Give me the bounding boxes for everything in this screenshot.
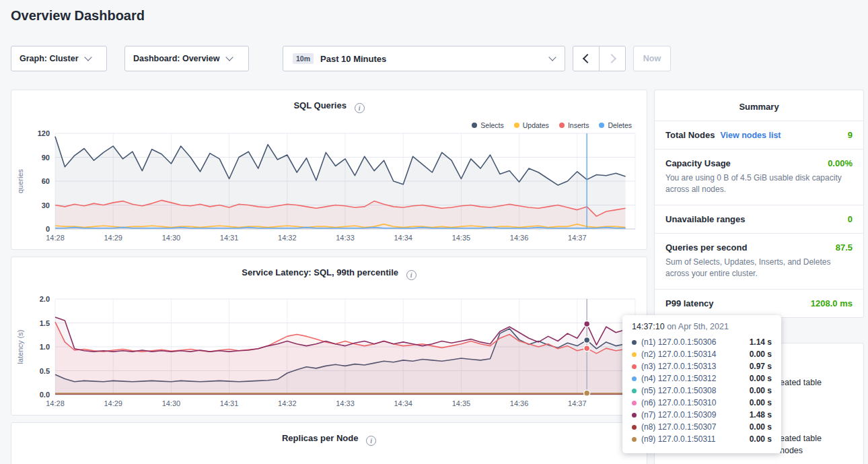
- service-latency-chart[interactable]: 14:2814:2914:3014:3114:3214:3314:3414:35…: [12, 295, 646, 412]
- tooltip-node-value: 0.97 s: [750, 362, 772, 371]
- time-range-dropdown[interactable]: 10m Past 10 Minutes: [283, 46, 565, 71]
- svg-text:14:36: 14:36: [510, 399, 529, 407]
- overview-dashboard-page: Overview Dashboard Graph: Cluster Dashbo…: [0, 0, 868, 464]
- sql-queries-panel: SQL Queries i SelectsUpdatesInsertsDelet…: [11, 90, 647, 250]
- tooltip-node-value: 0.00 s: [750, 398, 772, 407]
- summary-row-label: Capacity Usage: [665, 158, 731, 168]
- svg-text:30: 30: [42, 201, 50, 209]
- view-nodes-link[interactable]: View nodes list: [720, 131, 781, 140]
- svg-text:14:35: 14:35: [452, 399, 471, 407]
- legend-dot-icon: [472, 123, 477, 128]
- svg-text:14:30: 14:30: [162, 234, 181, 242]
- time-next-button[interactable]: [599, 46, 626, 71]
- svg-text:14:33: 14:33: [336, 399, 355, 407]
- dashboard-dropdown[interactable]: Dashboard: Overview: [124, 46, 249, 71]
- svg-text:1.0: 1.0: [40, 343, 50, 351]
- tooltip-node-row: (n8) 127.0.0.1:503070.00 s: [632, 421, 772, 433]
- legend-label: Updates: [523, 121, 549, 129]
- node-color-dot-icon: [632, 425, 637, 430]
- svg-text:14:34: 14:34: [394, 399, 412, 407]
- svg-text:90: 90: [42, 154, 50, 162]
- time-prev-button[interactable]: [573, 46, 600, 71]
- chevron-down-icon: [84, 53, 92, 61]
- tooltip-timestamp: 14:37:10 on Apr 5th, 2021: [632, 322, 772, 331]
- svg-text:0: 0: [46, 225, 50, 233]
- legend-dot-icon: [559, 123, 565, 128]
- chart-title: SQL Queries: [293, 100, 347, 110]
- svg-text:2.0: 2.0: [40, 295, 50, 303]
- svg-text:latency (s): latency (s): [16, 330, 24, 364]
- tooltip-node-row: (n9) 127.0.0.1:503110.00 s: [632, 433, 772, 445]
- legend-dot-icon: [599, 123, 604, 128]
- now-button[interactable]: Now: [633, 46, 671, 71]
- svg-text:14:30: 14:30: [162, 399, 181, 407]
- svg-text:120: 120: [38, 129, 50, 137]
- event-text-fragment: eated table: [780, 378, 822, 387]
- tooltip-node-row: (n2) 127.0.0.1:503140.00 s: [632, 348, 772, 360]
- legend-item[interactable]: Inserts: [559, 121, 589, 129]
- summary-row: Unavailable ranges0: [655, 205, 863, 233]
- tooltip-node-value: 0.00 s: [750, 422, 772, 432]
- info-icon[interactable]: i: [355, 103, 365, 113]
- legend-item[interactable]: Updates: [514, 121, 549, 129]
- legend-label: Deletes: [608, 121, 632, 129]
- svg-text:60: 60: [42, 177, 50, 185]
- chevron-down-icon: [548, 53, 556, 61]
- summary-row-label: Unavailable ranges: [665, 214, 746, 224]
- tooltip-node-value: 0.00 s: [750, 350, 772, 359]
- node-color-dot-icon: [632, 352, 637, 357]
- tooltip-node-row: (n5) 127.0.0.1:503080.00 s: [632, 385, 772, 397]
- legend-dot-icon: [514, 123, 519, 128]
- summary-row-value: 0: [848, 214, 853, 224]
- svg-text:14:28: 14:28: [46, 399, 65, 407]
- node-color-dot-icon: [632, 389, 637, 393]
- summary-row-label: Total Nodes: [665, 130, 715, 140]
- legend-item[interactable]: Deletes: [599, 121, 632, 129]
- node-color-dot-icon: [632, 413, 637, 418]
- info-icon[interactable]: i: [406, 270, 417, 280]
- service-latency-panel: Service Latency: SQL, 99th percentile i …: [11, 257, 647, 416]
- tooltip-node-label: (n9) 127.0.0.1:50311: [641, 434, 716, 444]
- svg-text:14:28: 14:28: [46, 234, 65, 242]
- tooltip-node-label: (n2) 127.0.0.1:50314: [641, 350, 716, 359]
- tooltip-node-value: 1.14 s: [750, 337, 772, 347]
- tooltip-node-row: (n6) 127.0.0.1:503100.00 s: [632, 397, 772, 409]
- tooltip-node-value: 0.00 s: [750, 434, 772, 444]
- svg-text:14:32: 14:32: [278, 234, 297, 242]
- tooltip-rows: (n1) 127.0.0.1:503061.14 s(n2) 127.0.0.1…: [632, 336, 772, 445]
- graph-dropdown[interactable]: Graph: Cluster: [11, 46, 107, 71]
- tooltip-node-label: (n5) 127.0.0.1:50308: [641, 386, 716, 395]
- node-color-dot-icon: [632, 340, 637, 345]
- tooltip-node-row: (n3) 127.0.0.1:503130.97 s: [632, 360, 772, 372]
- svg-text:14:36: 14:36: [510, 234, 529, 242]
- sql-queries-chart[interactable]: 14:2814:2914:3014:3114:3214:3314:3414:35…: [12, 129, 646, 246]
- summary-title: Summary: [655, 90, 863, 121]
- svg-text:0.0: 0.0: [40, 391, 50, 399]
- legend-label: Selects: [480, 121, 503, 129]
- replicas-per-node-panel: Replicas per Node i: [11, 422, 647, 464]
- chart-title: Service Latency: SQL, 99th percentile: [242, 267, 398, 277]
- summary-row: P99 latency1208.0 ms: [655, 289, 863, 317]
- summary-row-subtext: You are using 0 B of 4.5 GiB usable disk…: [665, 172, 853, 196]
- tooltip-node-label: (n4) 127.0.0.1:50312: [641, 374, 716, 383]
- chart-hover-tooltip: 14:37:10 on Apr 5th, 2021 (n1) 127.0.0.1…: [622, 315, 781, 453]
- summary-rows: Total NodesView nodes list9Capacity Usag…: [655, 121, 863, 317]
- svg-text:14:32: 14:32: [278, 399, 297, 407]
- summary-row-label: P99 latency: [665, 298, 714, 308]
- svg-text:14:31: 14:31: [220, 399, 239, 407]
- tooltip-node-label: (n7) 127.0.0.1:50309: [641, 410, 716, 420]
- svg-text:14:37: 14:37: [568, 234, 587, 242]
- tooltip-node-value: 0.00 s: [750, 374, 772, 383]
- node-color-dot-icon: [632, 364, 637, 369]
- svg-text:0.5: 0.5: [40, 367, 50, 375]
- tooltip-node-value: 1.48 s: [750, 410, 772, 420]
- svg-text:14:33: 14:33: [336, 234, 355, 242]
- summary-row-value: 87.5: [836, 242, 853, 253]
- event-text-fragment: nodes: [780, 446, 803, 455]
- summary-row-value: 1208.0 ms: [811, 298, 853, 308]
- info-icon[interactable]: i: [366, 436, 376, 446]
- tooltip-node-row: (n1) 127.0.0.1:503061.14 s: [632, 336, 772, 348]
- legend-item[interactable]: Selects: [472, 121, 503, 129]
- svg-text:14:29: 14:29: [104, 399, 122, 407]
- summary-row-value: 9: [848, 130, 853, 140]
